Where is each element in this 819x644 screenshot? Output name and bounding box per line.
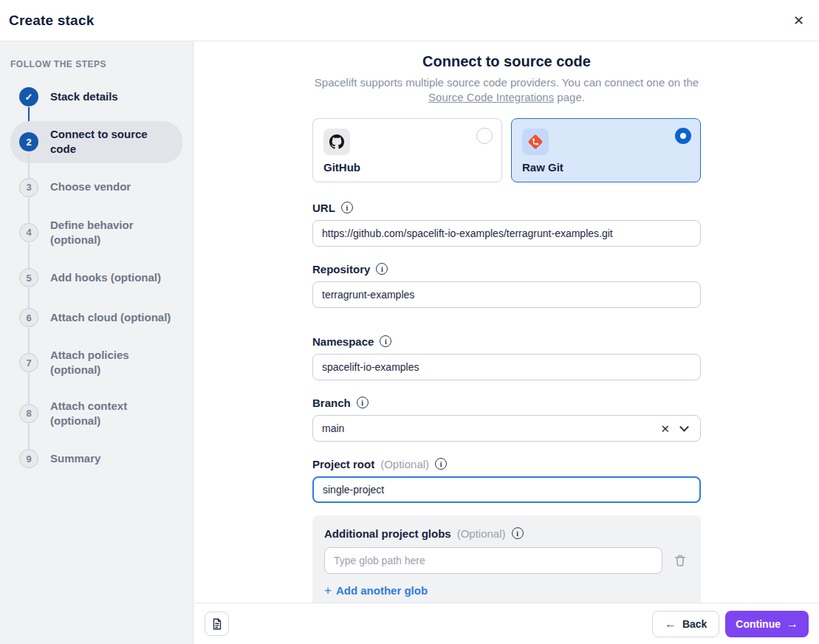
step-label: Attach policies (optional) (50, 348, 174, 378)
info-icon[interactable]: i (341, 202, 353, 213)
project-globs-panel: Additional project globs (Optional) i +A… (312, 515, 701, 603)
step-number: 2 (19, 132, 38, 151)
globs-label-row: Additional project globs (Optional) i (324, 527, 689, 540)
info-icon[interactable]: i (380, 335, 391, 347)
step-number: 7 (19, 353, 38, 372)
back-button[interactable]: ←Back (652, 611, 719, 637)
check-icon: ✓ (19, 87, 38, 106)
source-code-integrations-link[interactable]: Source Code Integrations (428, 91, 554, 103)
step-number: 6 (19, 308, 38, 327)
clear-icon[interactable]: ✕ (660, 422, 670, 434)
provider-card-github[interactable]: GitHub (312, 118, 502, 182)
continue-button[interactable]: Continue→ (725, 611, 809, 637)
branch-label: Branch (312, 397, 351, 409)
step-label: Connect to source code (50, 127, 174, 157)
steps-list: ✓ Stack details 2 Connect to source code… (10, 81, 182, 474)
step-label: Attach cloud (optional) (50, 310, 171, 325)
info-icon[interactable]: i (376, 263, 388, 275)
continue-label: Continue (736, 618, 781, 630)
provider-cards: GitHub Raw Git (312, 118, 701, 182)
page-subtitle: Spacelift supports multiple source code … (312, 75, 701, 106)
radio-unselected-icon[interactable] (476, 128, 493, 144)
step-number: 5 (19, 268, 38, 287)
steps-heading: FOLLOW THE STEPS (10, 59, 182, 69)
main-content: Connect to source code Spacelift support… (194, 41, 819, 603)
branch-input[interactable] (312, 415, 701, 442)
info-icon[interactable]: i (435, 458, 447, 470)
git-icon (522, 129, 549, 155)
back-label: Back (682, 618, 707, 630)
radio-selected-icon[interactable] (675, 128, 691, 144)
step-number: 3 (19, 178, 38, 197)
steps-sidebar: FOLLOW THE STEPS ✓ Stack details 2 Conne… (0, 41, 193, 644)
step-label: Choose vendor (50, 179, 131, 194)
namespace-label-row: Namespace i (312, 335, 701, 348)
sidebar-step-stack-details[interactable]: ✓ Stack details (10, 81, 182, 112)
step-number: 8 (19, 404, 38, 423)
branch-select: ✕ (312, 415, 701, 442)
project-root-label: Project root (312, 458, 374, 470)
step-label: Add hooks (optional) (50, 270, 161, 285)
namespace-input[interactable] (312, 354, 701, 380)
plus-icon: + (324, 583, 332, 598)
step-number: 4 (19, 223, 38, 242)
sidebar-step-attach-policies[interactable]: 7 Attach policies (optional) (10, 342, 182, 384)
document-icon[interactable] (205, 612, 229, 636)
subtitle-text: page. (554, 91, 585, 103)
glob-input-row (324, 547, 689, 574)
branch-label-row: Branch i (312, 397, 701, 409)
sidebar-step-connect-source[interactable]: 2 Connect to source code (10, 121, 182, 163)
step-label: Attach context (optional) (50, 399, 174, 429)
modal-title: Create stack (9, 13, 94, 29)
sidebar-step-define-behavior[interactable]: 4 Define behavior (optional) (10, 212, 182, 254)
info-icon[interactable]: i (357, 397, 369, 408)
footer-actions: ←Back Continue→ (652, 611, 809, 637)
globs-label: Additional project globs (324, 527, 451, 540)
project-root-label-row: Project root (Optional) i (312, 458, 701, 470)
info-icon[interactable]: i (512, 527, 524, 539)
provider-card-raw-git[interactable]: Raw Git (511, 118, 701, 182)
close-icon[interactable]: ✕ (789, 10, 809, 32)
arrow-right-icon: → (787, 617, 798, 631)
repository-input[interactable] (312, 281, 701, 308)
sidebar-step-attach-context[interactable]: 8 Attach context (optional) (10, 393, 182, 435)
step-label: Stack details (50, 89, 118, 104)
modal-header: Create stack ✕ (0, 0, 819, 41)
sidebar-step-summary[interactable]: 9 Summary (10, 443, 182, 474)
sidebar-step-add-hooks[interactable]: 5 Add hooks (optional) (10, 262, 182, 293)
github-icon (323, 129, 350, 155)
step-label: Define behavior (optional) (50, 218, 154, 248)
modal-footer: ←Back Continue→ (194, 603, 819, 644)
arrow-left-icon: ← (665, 617, 676, 631)
url-label: URL (312, 202, 335, 214)
url-input[interactable] (312, 220, 701, 247)
create-stack-modal: Create stack ✕ FOLLOW THE STEPS ✓ Stack … (0, 0, 819, 644)
optional-tag: (Optional) (457, 527, 506, 540)
project-root-input[interactable] (312, 476, 701, 503)
optional-tag: (Optional) (380, 458, 429, 470)
step-label: Summary (50, 451, 100, 466)
page-title: Connect to source code (312, 53, 701, 70)
subtitle-text: Spacelift supports multiple source code … (315, 76, 699, 89)
add-glob-label: Add another glob (336, 584, 428, 597)
trash-icon[interactable] (671, 552, 689, 569)
sidebar-step-choose-vendor[interactable]: 3 Choose vendor (10, 172, 182, 203)
sidebar-step-attach-cloud[interactable]: 6 Attach cloud (optional) (10, 302, 182, 333)
glob-path-input[interactable] (324, 547, 662, 574)
repository-label-row: Repository i (312, 263, 701, 275)
step-number: 9 (19, 449, 38, 468)
namespace-label: Namespace (312, 335, 374, 348)
add-another-glob-button[interactable]: +Add another glob (324, 583, 428, 598)
provider-label: GitHub (323, 161, 360, 174)
provider-label: Raw Git (522, 161, 563, 174)
repository-label: Repository (312, 263, 370, 275)
url-label-row: URL i (312, 202, 701, 214)
